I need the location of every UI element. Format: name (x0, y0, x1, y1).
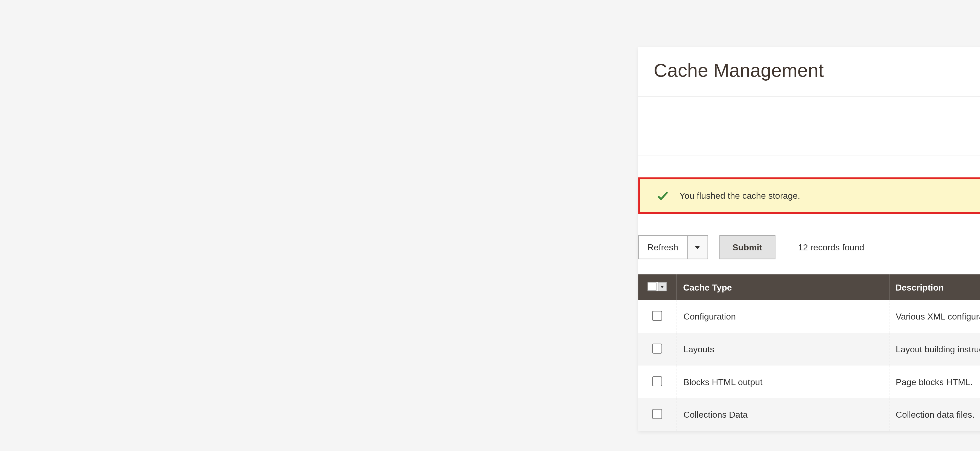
cell-cache-type: Blocks HTML output (677, 365, 889, 398)
select-all-checkbox-icon (648, 283, 657, 291)
cell-description: Various XML configurations that were col… (889, 300, 980, 333)
row-checkbox[interactable] (652, 311, 662, 321)
row-checkbox[interactable] (652, 409, 662, 419)
cell-cache-type: Configuration (677, 300, 889, 333)
success-message: You flushed the cache storage. (638, 177, 980, 214)
select-all-header[interactable] (638, 275, 677, 300)
cell-description: Page blocks HTML. (889, 365, 980, 398)
table-row: Collections Data Collection data files. … (638, 398, 980, 431)
cell-cache-type: Layouts (677, 333, 889, 366)
select-all-dd-icon (658, 282, 667, 291)
cache-grid: Cache Type Description Tags Status Confi… (638, 275, 980, 431)
mass-action-select[interactable]: Refresh (638, 235, 708, 259)
row-checkbox[interactable] (652, 376, 662, 386)
cell-cache-type: Collections Data (677, 398, 889, 431)
check-icon (655, 189, 670, 203)
col-cache-type[interactable]: Cache Type (677, 275, 889, 300)
col-description[interactable]: Description (889, 275, 980, 300)
chevron-down-icon (687, 236, 707, 259)
table-row: Blocks HTML output Page blocks HTML. BLO… (638, 365, 980, 398)
row-checkbox[interactable] (652, 343, 662, 353)
table-row: Configuration Various XML configurations… (638, 300, 980, 333)
table-row: Layouts Layout building instructions. LA… (638, 333, 980, 366)
mass-action-select-label: Refresh (638, 236, 687, 259)
cell-description: Layout building instructions. (889, 333, 980, 366)
cell-description: Collection data files. (889, 398, 980, 431)
success-message-text: You flushed the cache storage. (679, 191, 800, 201)
page-title: Cache Management (654, 60, 824, 81)
submit-button[interactable]: Submit (719, 235, 775, 259)
records-count: 12 records found (798, 242, 864, 252)
